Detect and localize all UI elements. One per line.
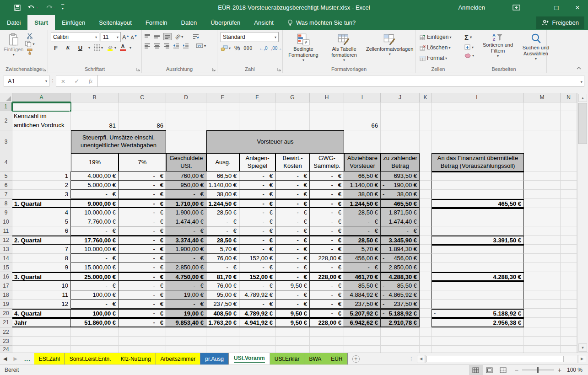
sheet-tab-pr.Ausg[interactable]: pr.Ausg — [200, 353, 229, 364]
cell-C9[interactable]: - € — [119, 208, 166, 217]
cell-K6[interactable] — [420, 181, 432, 190]
cell-J9[interactable]: 1.871,50 € — [381, 208, 420, 217]
wrap-text-icon[interactable] — [193, 34, 200, 39]
row-header-18[interactable]: 18 — [0, 290, 12, 300]
maximize-button[interactable]: □ — [546, 0, 567, 15]
cell-C20[interactable]: - € — [119, 309, 166, 318]
cell-F20[interactable]: 4.789,92 € — [239, 309, 275, 318]
cell-F10[interactable]: - € — [239, 217, 275, 226]
cell-K5[interactable] — [420, 171, 432, 181]
cell-K3[interactable] — [420, 130, 432, 153]
cell-K1[interactable] — [420, 102, 432, 111]
cell-G13[interactable]: - € — [275, 245, 310, 254]
page-break-view-icon[interactable] — [496, 365, 510, 375]
cell-H14[interactable]: 228,00 € — [310, 254, 344, 263]
cell-A14[interactable]: 8 — [12, 254, 71, 263]
cell-A9[interactable]: 4 — [12, 208, 71, 217]
row-header-2[interactable]: 2 — [0, 111, 12, 130]
cell-K21[interactable] — [420, 318, 432, 327]
cell-N6[interactable] — [561, 181, 577, 190]
sheet-overflow-indicator[interactable]: ... — [21, 353, 34, 364]
format-cells-button[interactable]: Format▾ — [418, 54, 458, 62]
cell-B6[interactable]: 5.000,00 € — [71, 181, 119, 190]
cell-C24[interactable] — [119, 346, 166, 353]
cell-H11[interactable]: - € — [310, 226, 344, 236]
expand-formula-bar-icon[interactable]: ▾ — [580, 80, 583, 84]
cell-M1[interactable] — [524, 102, 561, 111]
cell-C2[interactable]: 86 — [119, 111, 166, 130]
cell-M11[interactable] — [524, 226, 561, 236]
cell-F6[interactable]: - € — [239, 181, 275, 190]
cell-G23[interactable] — [275, 337, 310, 346]
cell-M3[interactable] — [524, 130, 561, 153]
cell-A3[interactable] — [12, 130, 71, 153]
cell-N5[interactable] — [561, 171, 577, 181]
tab-splitter[interactable]: ⋮ — [406, 353, 417, 364]
sheet-tab-Kfz-Nutzung[interactable]: Kfz-Nutzung — [116, 353, 156, 364]
row-header-13[interactable]: 13 — [0, 245, 12, 254]
cell-H6[interactable]: - € — [310, 181, 344, 190]
minimize-button[interactable]: — — [525, 0, 546, 15]
cell-M24[interactable] — [524, 346, 561, 353]
cell-B15[interactable]: 15.000,00 € — [71, 263, 119, 272]
cell-H9[interactable]: - € — [310, 208, 344, 217]
cell-E7[interactable]: 38,00 € — [206, 190, 239, 199]
column-header-E[interactable]: E — [206, 93, 239, 102]
cell-I22[interactable] — [344, 327, 381, 337]
undo-icon[interactable]: ▾ — [27, 4, 38, 11]
cell-K18[interactable] — [420, 290, 432, 300]
cell-M20[interactable] — [524, 309, 561, 318]
cell-G9[interactable]: - € — [275, 208, 310, 217]
cell-M12[interactable] — [524, 236, 561, 245]
column-header-F[interactable]: F — [239, 93, 275, 102]
cell-F23[interactable] — [239, 337, 275, 346]
cell-I11[interactable]: - € — [344, 226, 381, 236]
cell-D2[interactable] — [166, 111, 206, 130]
sign-in-link[interactable]: Anmelden — [458, 4, 485, 11]
sheet-tab-USt.Erklär[interactable]: USt.Erklär — [270, 353, 305, 364]
insert-function-icon[interactable]: fx — [84, 77, 97, 85]
column-header-M[interactable]: M — [524, 93, 561, 102]
cell-H19[interactable]: - € — [310, 300, 344, 309]
cell-L9[interactable] — [432, 208, 524, 217]
cell-A22[interactable] — [12, 327, 71, 337]
cell-L4[interactable]: An das Finanzamt übermittelte Betrag (Vo… — [432, 153, 524, 171]
cell-K16[interactable] — [420, 272, 432, 281]
cell-I2[interactable]: 66 — [344, 111, 381, 130]
cell-A20[interactable]: 4. Quartal — [12, 309, 71, 318]
cell-K19[interactable] — [420, 300, 432, 309]
cell-N17[interactable] — [561, 281, 577, 290]
cell-F9[interactable]: - € — [239, 208, 275, 217]
cell-H8[interactable]: - € — [310, 199, 344, 208]
cell-H1[interactable] — [310, 102, 344, 111]
cell-C14[interactable]: - € — [119, 254, 166, 263]
vertical-scrollbar[interactable]: ▲ ▼ — [577, 93, 588, 353]
cell-A11[interactable]: 6 — [12, 226, 71, 236]
align-middle-icon[interactable] — [154, 34, 160, 39]
cell-M16[interactable] — [524, 272, 561, 281]
cell-D19[interactable]: - € — [166, 300, 206, 309]
row-header-23[interactable]: 23 — [0, 337, 12, 346]
cell-M8[interactable] — [524, 199, 561, 208]
cell-K15[interactable] — [420, 263, 432, 272]
row-header-21[interactable]: 21 — [0, 318, 12, 327]
cell-L10[interactable] — [432, 217, 524, 226]
row-header-11[interactable]: 11 — [0, 226, 12, 236]
cell-C12[interactable]: - € — [119, 236, 166, 245]
cell-F4[interactable]: Anlagen-Spiegel — [239, 153, 275, 171]
cell-E14[interactable]: 76,00 € — [206, 254, 239, 263]
cell-M17[interactable] — [524, 281, 561, 290]
merge-center-icon[interactable]: ▾ — [196, 43, 206, 48]
cell-F16[interactable]: 152,00 € — [239, 272, 275, 281]
save-icon[interactable] — [14, 4, 21, 11]
cell-F11[interactable]: - € — [239, 226, 275, 236]
cell-A16[interactable]: 3. Quartal — [12, 272, 71, 281]
cell-K12[interactable] — [420, 236, 432, 245]
cell-C6[interactable]: - € — [119, 181, 166, 190]
cell-J8[interactable]: 465,50 € — [381, 199, 420, 208]
row-header-19[interactable]: 19 — [0, 300, 12, 309]
cell-F1[interactable] — [239, 102, 275, 111]
sheet-tab-BWA[interactable]: BWA — [304, 353, 326, 364]
normal-view-icon[interactable] — [469, 365, 483, 375]
cell-B1[interactable] — [71, 102, 119, 111]
